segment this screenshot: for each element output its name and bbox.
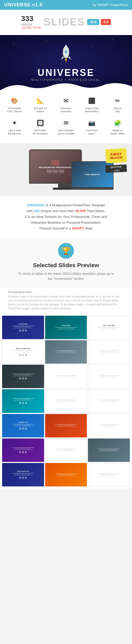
slide-thumb-content: [88, 463, 130, 486]
ratio-43[interactable]: 4:3: [101, 19, 111, 25]
slide-thumb[interactable]: MULTIPURPOSE: [2, 340, 44, 364]
slide-thumb[interactable]: [45, 414, 87, 437]
description-text: UNIVERSE Is a Multipurpose PowerPoint Te…: [8, 202, 124, 231]
laptop-text: THINK BENEFITS: [85, 174, 100, 175]
feature-icon-4: ✏: [113, 96, 122, 106]
feature-label-0: 20 PremadeColor Themes: [3, 107, 26, 113]
feature-label-9: Based onMaster Slides: [106, 129, 129, 135]
count-text: 333 UNIQUE +50.000 TOTAL: [21, 14, 41, 29]
first-release-badge: FIRST RELEASE GFXTRA .COM: [106, 149, 127, 172]
release-badge-inner: FIRST RELEASE: [105, 148, 127, 163]
slides-grid-section: UNIVERSE UNIVERSE TEXT REVIEW MULTIPURPO…: [0, 314, 132, 489]
header-subtitle: by SMART PowerPoint: [93, 3, 128, 7]
slide-thumb[interactable]: [45, 438, 87, 462]
feature-icon-3: ⬛: [87, 96, 97, 106]
slide-thumb[interactable]: ABOUT US: [2, 414, 44, 437]
slide-thumb-content: [88, 438, 130, 462]
slide-thumb[interactable]: [2, 438, 44, 462]
slide-thumb-content: [2, 365, 44, 388]
trophy-icon: 🏆: [58, 243, 74, 259]
slide-thumb[interactable]: UNIVERSE: [2, 316, 44, 339]
slide-thumb[interactable]: [88, 365, 130, 388]
slide-thumb-content: TEXT REVIEW: [88, 316, 130, 339]
slide-thumb[interactable]: [88, 340, 130, 364]
devices-container: MULTIPURPOSE PRESENTATION THINK BENEFITS: [29, 149, 103, 190]
slide-thumb-content: UNIVERSE: [2, 316, 44, 339]
feature-icon-7: ✉: [61, 118, 71, 128]
preview-content: UNIVERSE MULTIPURPOSE • PROFESSIONAL: [31, 44, 101, 81]
svg-marker-3: [61, 56, 64, 60]
slide-thumb[interactable]: [45, 365, 87, 388]
slide-thumb[interactable]: [88, 463, 130, 486]
slide-thumb-content: [88, 389, 130, 412]
feature-icon-2: ✉: [61, 96, 71, 106]
feature-item-9: 🧩 Based onMaster Slides: [106, 117, 129, 137]
cloud-base: [0, 81, 132, 90]
slide-thumb[interactable]: [88, 389, 130, 413]
slide-thumb[interactable]: [45, 389, 87, 413]
slide-thumb-content: [2, 389, 44, 413]
slide-thumb-content: [45, 389, 87, 412]
feature-label-6: 1920x1080,HD Resolution: [29, 129, 52, 135]
feature-icon-5: ☀: [10, 118, 19, 128]
slides-big: SLIDES: [44, 16, 85, 28]
ratio-169[interactable]: 16:9: [87, 19, 99, 25]
monitor-text: MULTIPURPOSE PRESENTATION: [39, 166, 72, 169]
slide-thumb[interactable]: [2, 365, 44, 388]
slide-thumb[interactable]: [45, 340, 87, 364]
svg-point-2: [65, 51, 67, 53]
hero-section: 333 UNIQUE +50.000 TOTAL SLIDES 16:9 4:3: [0, 10, 132, 35]
feature-label-2: InteractiveAnimation: [55, 107, 77, 113]
slide-thumb[interactable]: [45, 463, 87, 486]
svg-marker-4: [68, 56, 71, 60]
feature-icon-6: 🔲: [35, 118, 45, 128]
trophy-section: 🏆 Selected Slides Preview To check all s…: [0, 238, 132, 287]
feature-icon-8: 📷: [87, 118, 97, 128]
universe-highlight: UNIVERSE: [27, 203, 44, 207]
slide-thumb-content: [88, 365, 130, 388]
feature-item-0: 🎨 20 PremadeColor Themes: [3, 95, 26, 115]
slide-thumb-content: [45, 463, 87, 486]
feature-label-5: Light & DarkBackground: [3, 129, 26, 135]
feature-icon-1: 📐: [35, 96, 45, 106]
slide-thumb-content: [45, 439, 87, 462]
slide-thumb[interactable]: [88, 414, 130, 437]
slide-thumb[interactable]: TEXT REVIEW: [88, 316, 130, 339]
feature-item-7: ✉ Non AnimatedOption included: [54, 117, 78, 137]
feature-item-3: ⬛ Drag & DropPlaceholders: [80, 95, 104, 115]
feature-icon-0: 🎨: [10, 96, 19, 106]
feature-item-5: ☀ Light & DarkBackground: [3, 117, 26, 137]
preview-title: UNIVERSE: [31, 67, 101, 78]
slide-thumb-content: [45, 365, 87, 388]
count-333: 333: [21, 14, 34, 23]
photo-note: Photography Note: All photos used in thi…: [0, 287, 132, 314]
slide-thumb-content: [88, 340, 130, 363]
feature-item-1: 📐 16:9 and 4:3Options: [29, 95, 52, 115]
trophy-title: Selected Slides Preview: [5, 262, 127, 269]
feature-label-1: 16:9 and 4:3Options: [29, 107, 52, 113]
feature-label-4: Easy toEdit: [106, 107, 129, 113]
photo-note-text: All photos used in this presentation, ex…: [8, 295, 124, 310]
features-grid: 🎨 20 PremadeColor Themes 📐 16:9 and 4:3O…: [3, 95, 129, 137]
total-highlight: 50.000: [76, 209, 86, 213]
main-preview: UNIVERSE MULTIPURPOSE • PROFESSIONAL: [0, 35, 132, 90]
slide-thumb[interactable]: [2, 389, 44, 413]
slide-thumb[interactable]: [88, 438, 130, 462]
preview-subtitle: MULTIPURPOSE • PROFESSIONAL: [31, 78, 101, 81]
feature-icon-9: 🧩: [113, 118, 122, 128]
slide-thumb[interactable]: UNIVERSE: [45, 316, 87, 339]
trophy-desc: To check all slides in the native 1920x1…: [16, 271, 116, 281]
feature-label-7: Non AnimatedOption included: [55, 129, 77, 135]
slide-thumb[interactable]: OUR MISSION: [2, 463, 44, 486]
slides-grid: UNIVERSE UNIVERSE TEXT REVIEW MULTIPURPO…: [2, 316, 130, 487]
header: UNIVERSE v1.0 by SMART PowerPoint: [0, 0, 132, 10]
features-section: 🎨 20 PremadeColor Themes 📐 16:9 and 4:3O…: [0, 90, 132, 143]
monitor-content: MULTIPURPOSE PRESENTATION: [38, 159, 73, 174]
feature-label-8: Free PhotoUsed *: [81, 129, 103, 135]
feature-item-2: ✉ InteractiveAnimation: [54, 95, 78, 115]
feature-item-8: 📷 Free PhotoUsed *: [80, 117, 104, 137]
smart-highlight: SMART: [72, 226, 84, 230]
feature-label-3: Drag & DropPlaceholders: [81, 107, 103, 113]
slide-thumb-content: UNIVERSE: [45, 316, 87, 339]
plus50: +50.000 TOTAL: [21, 26, 41, 29]
